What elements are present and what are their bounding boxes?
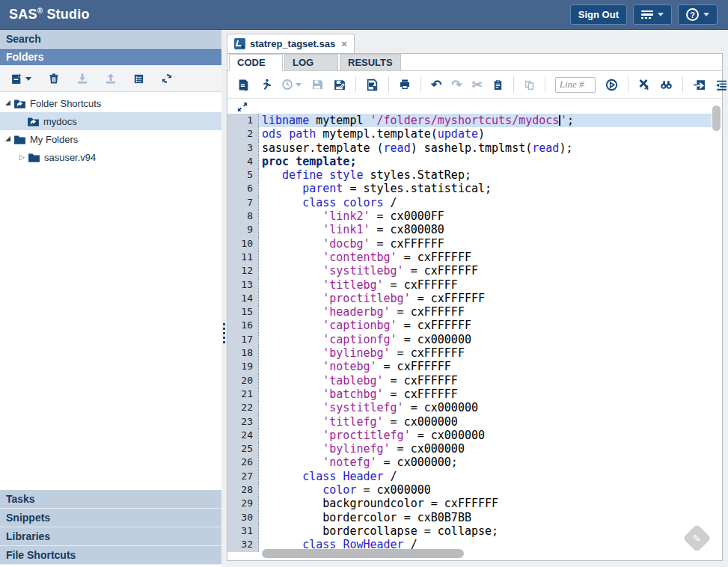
code-line[interactable]: 31 bordercollapse = collapse; (227, 524, 712, 538)
properties-button[interactable] (133, 73, 144, 85)
code-line[interactable]: 17 'captionfg' = cx000000 (227, 333, 712, 346)
vertical-scrollbar-thumb[interactable] (712, 105, 721, 131)
code-line[interactable]: 25 'bylinefg' = cx000000 (227, 442, 712, 456)
undo-button[interactable]: ↶ (431, 79, 441, 91)
line-number-input[interactable] (555, 77, 596, 93)
code-surface[interactable]: 1libname mytempl '/folders/myshortcuts/m… (227, 114, 712, 552)
code-text[interactable]: 'notefg' = cx000000; (259, 456, 712, 469)
refresh-button[interactable] (161, 73, 173, 85)
code-line[interactable]: 16 'captionbg' = cxFFFFFF (227, 319, 712, 332)
tree-item-folder-shortcuts[interactable]: Folder Shortcuts (0, 94, 221, 112)
sign-out-button[interactable]: Sign Out (570, 4, 627, 25)
expanded-caret-icon[interactable] (5, 100, 10, 105)
code-text[interactable]: class Header / (259, 470, 712, 483)
code-text[interactable]: 'titlefg' = cx000000 (259, 415, 712, 429)
submit-button[interactable] (693, 79, 706, 91)
code-text[interactable]: proc template; (259, 155, 712, 168)
maximize-view-button[interactable] (237, 102, 248, 114)
code-line[interactable]: 4proc template; (227, 155, 712, 168)
source-code-button[interactable] (366, 79, 379, 91)
clear-code-button[interactable] (638, 79, 650, 91)
download-button[interactable] (76, 73, 88, 85)
run-button[interactable] (260, 79, 272, 91)
code-editor[interactable]: 1libname mytempl '/folders/myshortcuts/m… (227, 99, 722, 560)
cut-button[interactable]: ✂ (472, 79, 483, 91)
code-line[interactable]: 14 'proctitlebg' = cxFFFFFF (227, 292, 712, 305)
new-item-button[interactable] (10, 73, 31, 85)
code-text[interactable]: 'proctitlebg' = cxFFFFFF (259, 292, 712, 305)
code-text[interactable]: 'captionbg' = cxFFFFFF (259, 319, 712, 332)
format-code-button[interactable] (715, 79, 728, 91)
save-button[interactable] (311, 79, 323, 91)
pane-splitter[interactable] (221, 30, 227, 567)
more-menu-button[interactable] (633, 4, 672, 25)
code-text[interactable]: sasuser.template (read) sashelp.tmplmst(… (259, 141, 712, 155)
section-tasks[interactable]: Tasks (0, 490, 221, 509)
new-program-button[interactable] (237, 79, 250, 91)
tab-statrep-tagset[interactable]: statrep_tagset.sas × (227, 34, 355, 53)
paste-button[interactable] (492, 79, 504, 91)
upload-button[interactable] (105, 73, 117, 85)
code-line[interactable]: 24 'proctitlefg' = cx000000 (227, 429, 712, 442)
horizontal-scrollbar-thumb[interactable] (262, 549, 464, 558)
code-line[interactable]: 22 'systitlefg' = cx000000 (227, 401, 712, 414)
code-line[interactable]: 18 'bylinebg' = cxFFFFFF (227, 346, 712, 360)
code-text[interactable]: 'captionfg' = cx000000 (259, 333, 712, 346)
code-line[interactable]: 8 'link2' = cx0000FF (227, 209, 712, 223)
code-line[interactable]: 11 'contentbg' = cxFFFFFF (227, 251, 712, 264)
close-icon[interactable]: × (340, 38, 347, 49)
horizontal-scrollbar[interactable] (262, 549, 710, 558)
code-line[interactable]: 13 'titlebg' = cxFFFFFF (227, 278, 712, 292)
code-text[interactable]: 'systitlebg' = cxFFFFFF (259, 264, 712, 278)
delete-button[interactable] (48, 73, 60, 85)
code-text[interactable]: 'proctitlefg' = cx000000 (259, 429, 712, 442)
code-line[interactable]: 12 'systitlebg' = cxFFFFFF (227, 264, 712, 278)
tab-results[interactable]: RESULTS (340, 54, 401, 70)
code-line[interactable]: 27 class Header / (227, 470, 712, 483)
copy-button[interactable] (524, 79, 535, 91)
code-text[interactable]: 'headerbg' = cxFFFFFF (259, 305, 712, 319)
code-text[interactable]: 'batchbg' = cxFFFFFF (259, 387, 712, 401)
code-text[interactable]: libname mytempl '/folders/myshortcuts/my… (259, 114, 712, 127)
section-snippets[interactable]: Snippets (0, 509, 221, 527)
save-as-button[interactable] (333, 79, 346, 91)
code-text[interactable]: class colors / (259, 196, 712, 209)
code-text[interactable]: ods path mytempl.template(update) (259, 127, 712, 141)
code-line[interactable]: 6 parent = styles.statistical; (227, 182, 712, 195)
find-replace-button[interactable] (660, 79, 673, 91)
code-line[interactable]: 1libname mytempl '/folders/myshortcuts/m… (227, 114, 712, 127)
tree-item-my-folders[interactable]: My Folders (0, 130, 221, 148)
code-text[interactable]: 'link2' = cx0000FF (259, 209, 712, 223)
code-text[interactable]: 'notebg' = cxFFFFFF (259, 360, 712, 373)
code-line[interactable]: 23 'titlefg' = cx000000 (227, 415, 712, 429)
tree-item-mydocs[interactable]: mydocs (0, 112, 221, 130)
code-text[interactable]: 'contentbg' = cxFFFFFF (259, 251, 712, 264)
submission-history-button[interactable] (281, 79, 302, 91)
code-line[interactable]: 28 color = cx000000 (227, 483, 712, 497)
tree-item-sasuser-v94[interactable]: ▷ sasuser.v94 (0, 148, 221, 166)
code-line[interactable]: 10 'docbg' = cxFFFFFF (227, 237, 712, 251)
vertical-scrollbar[interactable] (712, 102, 721, 545)
code-line[interactable]: 5 define style styles.StatRep; (227, 168, 712, 182)
code-line[interactable]: 26 'notefg' = cx000000; (227, 456, 712, 469)
code-line[interactable]: 2ods path mytempl.template(update) (227, 127, 712, 141)
code-line[interactable]: 29 backgroundcolor = cxFFFFFF (227, 497, 712, 510)
goto-line-button[interactable] (605, 79, 618, 91)
code-line[interactable]: 9 'link1' = cx800080 (227, 223, 712, 236)
code-text[interactable]: 'tablebg' = cxFFFFFF (259, 374, 712, 387)
code-text[interactable]: 'titlebg' = cxFFFFFF (259, 278, 712, 292)
expanded-caret-icon[interactable] (5, 136, 10, 141)
section-libraries[interactable]: Libraries (0, 527, 221, 546)
code-line[interactable]: 21 'batchbg' = cxFFFFFF (227, 387, 712, 401)
redo-button[interactable]: ↷ (451, 79, 462, 91)
code-line[interactable]: 20 'tablebg' = cxFFFFFF (227, 374, 712, 387)
code-line[interactable]: 7 class colors / (227, 196, 712, 209)
code-line[interactable]: 19 'notebg' = cxFFFFFF (227, 360, 712, 373)
collapsed-caret-icon[interactable]: ▷ (19, 153, 25, 161)
code-text[interactable]: color = cx000000 (259, 483, 712, 497)
section-file-shortcuts[interactable]: File Shortcuts (0, 546, 221, 565)
code-text[interactable]: 'docbg' = cxFFFFFF (259, 237, 712, 251)
code-text[interactable]: backgroundcolor = cxFFFFFF (259, 497, 712, 510)
code-text[interactable]: parent = styles.statistical; (259, 182, 712, 195)
code-line[interactable]: 30 bordercolor = cxB0B7BB (227, 511, 712, 524)
